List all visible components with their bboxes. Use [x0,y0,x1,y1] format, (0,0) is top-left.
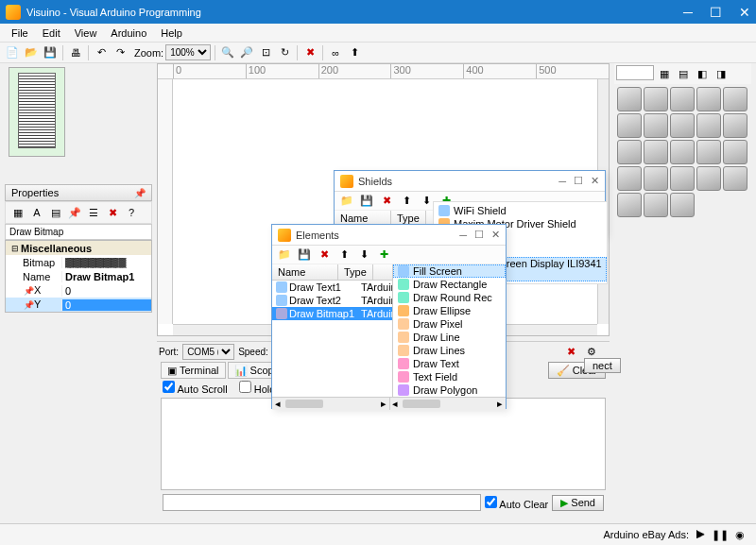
elements-window[interactable]: Elements ─ ☐ ✕ 📁 💾 ✖ ⬆ ⬇ ✚ NameType Draw… [271,224,507,409]
status-icon-1[interactable]: ⯈ [692,526,709,543]
palette-item[interactable] [617,87,642,111]
palette-item[interactable] [644,87,668,111]
palette-item[interactable] [670,87,695,111]
palette-item[interactable] [670,140,695,164]
palette-cat3-icon[interactable]: ◧ [694,65,711,82]
props-expand-icon[interactable]: ▤ [47,204,64,221]
col-name[interactable]: Name [272,264,338,280]
elements-close-icon[interactable]: ✕ [491,229,500,241]
palette-item[interactable] [670,166,695,191]
shield-option[interactable]: WiFi Shield [434,204,607,217]
autoclear-check[interactable]: Auto Clear [485,496,548,510]
shields-close-icon[interactable]: ✕ [591,175,599,187]
palette-item[interactable] [644,140,668,164]
palette-search[interactable] [616,65,654,80]
close-button[interactable]: ✕ [739,6,750,19]
autoscroll-check[interactable]: Auto Scroll [163,381,228,395]
props-cat-icon[interactable]: ▦ [9,204,26,221]
refresh-icon[interactable]: ↻ [276,44,293,61]
palette-cat1-icon[interactable]: ▦ [656,65,673,82]
prop-bitmap-value[interactable]: ▓▓▓▓▓▓▓▓ [61,257,151,268]
draw-option[interactable]: Draw Lines [393,344,506,357]
shields-min-icon[interactable]: ─ [558,176,566,187]
status-icon-2[interactable]: ❚❚ [712,526,729,543]
print-icon[interactable]: 🖶 [67,44,84,61]
menu-arduino[interactable]: Arduino [105,26,152,41]
open-icon[interactable]: 📂 [23,44,40,61]
save-icon[interactable]: 💾 [296,247,313,264]
maximize-button[interactable]: ☐ [710,6,722,19]
redo-icon[interactable]: ↷ [112,44,129,61]
palette-item[interactable] [644,113,668,138]
disconnect-icon[interactable]: ✖ [562,344,579,361]
draw-option[interactable]: Fill Screen [393,264,506,278]
palette-item[interactable] [644,166,668,191]
down-icon[interactable]: ⬇ [355,247,372,264]
palette-item[interactable] [617,113,642,138]
delete-icon[interactable]: ✖ [301,44,318,61]
draw-option[interactable]: Draw Ellipse [393,304,506,317]
props-pin-icon[interactable]: 📌 [66,204,83,221]
palette-item[interactable] [723,166,747,191]
palette-item[interactable] [670,193,695,217]
up-icon[interactable]: ⬆ [398,193,415,210]
prop-name-value[interactable]: Draw Bitmap1 [61,271,151,282]
properties-tree[interactable]: ⊟Miscellaneous Bitmap▓▓▓▓▓▓▓▓ NameDraw B… [5,240,152,313]
add-icon[interactable]: ✚ [375,247,392,264]
pin-icon[interactable]: 📌 [134,188,146,198]
draw-option[interactable]: Draw Pixel [393,317,506,331]
menu-file[interactable]: File [6,26,34,41]
folder-icon[interactable]: 📁 [338,193,355,210]
palette-item[interactable] [696,166,721,191]
elements-min-icon[interactable]: ─ [459,230,467,241]
elements-titlebar[interactable]: Elements ─ ☐ ✕ [272,225,506,246]
zoom-out-icon[interactable]: 🔎 [238,44,255,61]
menu-help[interactable]: Help [155,26,188,41]
palette-cat4-icon[interactable]: ◨ [713,65,730,82]
element-row-selected[interactable]: Draw Bitmap1TArduinoColo [272,307,392,320]
props-clear-icon[interactable]: ✖ [104,204,121,221]
draw-option[interactable]: Draw Text [393,357,506,370]
send-input[interactable] [163,494,481,511]
draw-option[interactable]: Draw Rectangle [393,278,506,291]
status-icon-3[interactable]: ◉ [731,526,748,543]
props-sort-icon[interactable]: A [28,204,45,221]
menu-view[interactable]: View [69,26,103,41]
misc-group[interactable]: Miscellaneous [21,243,92,254]
palette-item[interactable] [723,87,747,111]
upload-icon[interactable]: ⬆ [346,44,363,61]
zoom-select[interactable]: 100% [165,44,211,60]
draw-option[interactable]: Draw Line [393,331,506,344]
send-button[interactable]: ▶Send [552,495,604,511]
draw-option[interactable]: Draw Round Rec [393,291,506,304]
port-select[interactable]: COM5 (U [182,344,234,360]
palette-item[interactable] [723,140,747,164]
draw-option[interactable]: Draw Polygon [393,383,506,397]
zoom-in-icon[interactable]: 🔍 [219,44,236,61]
hold-check[interactable]: Hold [239,381,276,395]
palette-cat2-icon[interactable]: ▤ [675,65,692,82]
folder-icon[interactable]: 📁 [276,247,293,264]
palette-item[interactable] [696,87,721,111]
prop-x-value[interactable]: 0 [61,285,151,297]
palette-item[interactable] [617,140,642,164]
palette-item[interactable] [644,193,668,217]
shields-max-icon[interactable]: ☐ [574,175,583,187]
zoom-fit-icon[interactable]: ⊡ [257,44,274,61]
palette-item[interactable] [723,113,747,138]
elements-list[interactable]: Draw Text1TArduinoColo Draw Text2TArduin… [272,281,392,320]
minimize-button[interactable]: ─ [683,6,693,19]
menu-edit[interactable]: Edit [37,26,66,41]
elements-side-list[interactable]: Fill Screen Draw Rectangle Draw Round Re… [393,264,506,397]
prop-y-value[interactable]: 0 [61,299,151,311]
palette-item[interactable] [696,113,721,138]
props-help-icon[interactable]: ? [123,204,140,221]
up-icon[interactable]: ⬆ [335,247,352,264]
new-icon[interactable]: 📄 [4,44,21,61]
undo-icon[interactable]: ↶ [93,44,110,61]
shields-titlebar[interactable]: Shields ─ ☐ ✕ [335,171,605,192]
element-row[interactable]: Draw Text2TArduinoColo [272,294,392,307]
preview-thumbnail[interactable] [9,67,65,157]
tab-terminal[interactable]: ▣Terminal [161,362,226,379]
elements-scroll-h[interactable]: ◂▸ ◂▸ [272,397,506,410]
